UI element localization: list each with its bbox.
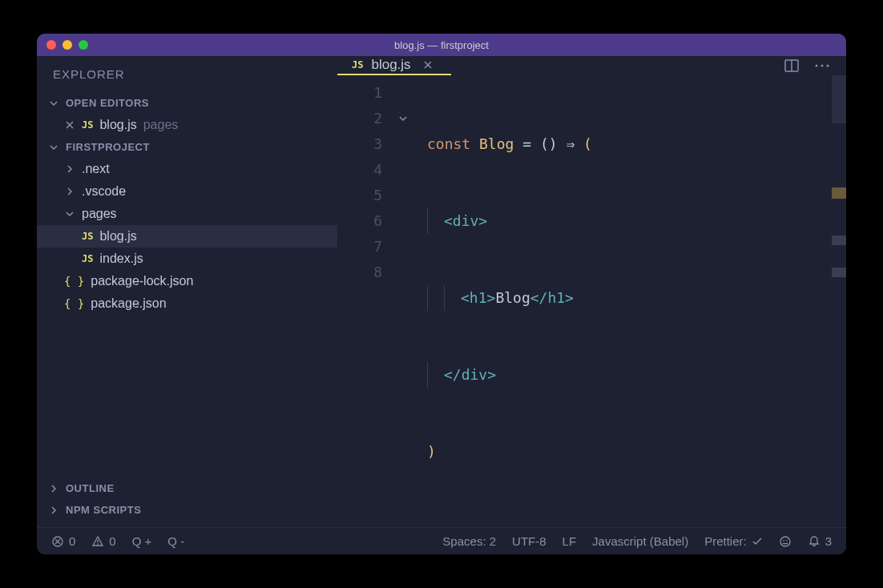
js-icon: JS	[352, 59, 363, 70]
split-editor-icon[interactable]	[784, 58, 800, 74]
vscode-window: blog.js — firstproject EXPLORER OPEN EDI…	[37, 34, 846, 554]
chevron-down-icon	[48, 142, 59, 153]
svg-point-7	[98, 543, 99, 545]
npm-scripts-section[interactable]: NPM SCRIPTS	[37, 499, 337, 521]
file-label: package.json	[91, 296, 166, 311]
window-title: blog.js — firstproject	[394, 39, 489, 51]
json-icon: { }	[64, 297, 84, 310]
status-q-plus[interactable]: Q +	[132, 534, 152, 548]
open-editor-filename: blog.js	[99, 118, 136, 132]
bell-icon	[808, 535, 821, 548]
folder-label: pages	[82, 207, 117, 221]
file-package[interactable]: { } package.json	[37, 292, 337, 315]
code-line: </div>	[427, 362, 829, 388]
sidebar: EXPLORER OPEN EDITORS JS blog.js pages	[37, 56, 337, 527]
code-line: const Blog = () ⇒ (	[427, 131, 829, 157]
line-number: 8	[337, 260, 382, 285]
project-label: FIRSTPROJECT	[66, 141, 150, 153]
file-tree: .next .vscode	[37, 158, 337, 315]
editor-area: JS blog.js 1 2	[337, 56, 846, 527]
chevron-right-icon	[64, 186, 75, 197]
open-editors-label: OPEN EDITORS	[66, 97, 149, 109]
code-line: )	[427, 439, 829, 465]
open-editor-folder: pages	[143, 118, 179, 132]
svg-point-10	[786, 539, 788, 541]
notification-count: 3	[825, 534, 832, 548]
status-prettier[interactable]: Prettier:	[704, 534, 763, 548]
error-count: 0	[69, 534, 75, 548]
minimize-window-button[interactable]	[62, 40, 72, 50]
traffic-lights	[46, 40, 88, 50]
open-editor-item[interactable]: JS blog.js pages	[37, 114, 337, 136]
line-number: 5	[337, 183, 382, 208]
status-q-minus[interactable]: Q -	[167, 534, 184, 548]
open-editors-list: JS blog.js pages	[37, 114, 337, 136]
outline-label: OUTLINE	[66, 482, 115, 494]
file-package-lock[interactable]: { } package-lock.json	[37, 270, 337, 292]
status-bar: 0 0 Q + Q - Spaces: 2 UTF-8 LF Javascrip…	[37, 527, 846, 554]
warning-icon	[91, 535, 104, 548]
js-icon: JS	[82, 231, 93, 242]
svg-point-8	[780, 537, 790, 546]
line-number: 6	[337, 208, 382, 234]
fold-icon[interactable]	[398, 106, 417, 131]
tab-bar: JS blog.js	[337, 56, 846, 75]
svg-point-2	[816, 65, 818, 67]
file-label: index.js	[99, 252, 143, 266]
titlebar[interactable]: blog.js — firstproject	[37, 34, 846, 56]
status-language[interactable]: Javascript (Babel)	[592, 534, 688, 548]
line-gutter: 1 2 3 4 5 6 7 8	[337, 75, 398, 527]
project-section[interactable]: FIRSTPROJECT	[37, 136, 337, 158]
folder-label: .next	[82, 162, 110, 176]
fold-column	[398, 75, 417, 527]
status-feedback[interactable]	[779, 535, 792, 548]
status-errors[interactable]: 0	[51, 534, 75, 548]
status-indentation[interactable]: Spaces: 2	[442, 534, 496, 548]
status-encoding[interactable]: UTF-8	[512, 534, 546, 548]
outline-section[interactable]: OUTLINE	[37, 477, 337, 499]
tab-actions	[768, 56, 846, 75]
file-label: blog.js	[99, 229, 136, 244]
code-line	[427, 516, 829, 527]
close-tab-button[interactable]	[419, 56, 437, 74]
tab-blog-js[interactable]: JS blog.js	[337, 56, 451, 75]
file-blog-js[interactable]: JS blog.js	[37, 225, 337, 248]
error-icon	[51, 535, 64, 548]
chevron-right-icon	[48, 483, 59, 494]
close-window-button[interactable]	[46, 40, 56, 50]
line-number: 3	[337, 131, 382, 157]
chevron-down-icon	[48, 98, 59, 109]
explorer-header: EXPLORER	[37, 56, 337, 92]
line-number: 2	[337, 106, 382, 131]
folder-pages[interactable]: pages	[37, 203, 337, 225]
chevron-right-icon	[64, 163, 75, 175]
svg-point-3	[821, 65, 824, 67]
svg-point-9	[783, 539, 784, 541]
close-icon[interactable]	[64, 119, 75, 131]
line-number: 4	[337, 157, 382, 183]
js-icon: JS	[82, 253, 93, 264]
code-editor[interactable]: 1 2 3 4 5 6 7 8 const Blog	[337, 75, 846, 527]
main-area: EXPLORER OPEN EDITORS JS blog.js pages	[37, 56, 846, 527]
json-icon: { }	[64, 275, 84, 288]
file-label: package-lock.json	[91, 274, 193, 288]
line-number: 1	[337, 80, 382, 106]
sidebar-bottom: OUTLINE NPM SCRIPTS	[37, 477, 337, 527]
check-icon	[752, 536, 763, 547]
maximize-window-button[interactable]	[79, 40, 88, 50]
more-actions-icon[interactable]	[814, 63, 830, 68]
warning-count: 0	[109, 534, 115, 548]
npm-scripts-label: NPM SCRIPTS	[66, 504, 141, 516]
status-warnings[interactable]: 0	[91, 534, 115, 548]
minimap[interactable]	[829, 75, 846, 527]
smiley-icon	[779, 535, 792, 548]
open-editors-section[interactable]: OPEN EDITORS	[37, 92, 337, 114]
file-index-js[interactable]: JS index.js	[37, 248, 337, 270]
code-line: <div>	[427, 208, 829, 234]
status-eol[interactable]: LF	[562, 534, 577, 548]
svg-point-4	[827, 65, 829, 67]
status-notifications[interactable]: 3	[808, 534, 832, 548]
folder-vscode[interactable]: .vscode	[37, 180, 337, 203]
folder-next[interactable]: .next	[37, 158, 337, 180]
code-content[interactable]: const Blog = () ⇒ ( <div> <h1>Blog</h1> …	[417, 75, 829, 527]
